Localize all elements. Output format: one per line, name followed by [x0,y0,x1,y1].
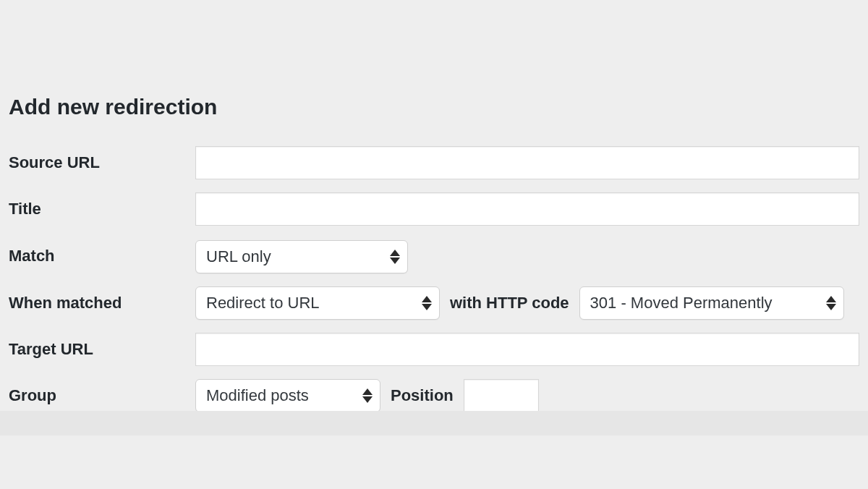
label-when-matched: When matched [9,294,195,312]
label-position: Position [391,386,454,405]
http-code-select[interactable]: 301 - Moved Permanently [579,286,844,320]
match-select[interactable]: URL only [195,240,408,273]
label-match: Match [9,247,195,265]
group-select[interactable]: Modified posts [195,379,380,412]
row-when-matched: When matched Redirect to URL with HTTP c… [9,286,859,320]
row-source-url: Source URL [9,146,859,179]
title-input[interactable] [195,192,859,226]
label-title: Title [9,200,195,218]
row-target-url: Target URL [9,333,859,366]
action-select-value: Redirect to URL [206,294,320,312]
position-input[interactable] [464,379,539,412]
chevron-updown-icon [422,296,432,310]
page-title: Add new redirection [9,94,859,120]
row-match: Match URL only [9,239,859,273]
chevron-updown-icon [390,250,400,264]
row-group: Group Modified posts Position [9,379,859,412]
chevron-updown-icon [362,388,373,403]
source-url-input[interactable] [195,146,859,179]
label-group: Group [9,386,195,405]
form-table: Source URL Title Match URL only [9,146,859,412]
target-url-input[interactable] [195,333,859,366]
label-source-url: Source URL [9,153,195,172]
action-select[interactable]: Redirect to URL [195,286,440,320]
group-select-value: Modified posts [206,386,309,405]
label-target-url: Target URL [9,340,195,359]
add-redirection-form: Add new redirection Source URL Title Mat… [0,0,868,412]
label-with-http-code: with HTTP code [450,294,569,312]
row-title: Title [9,192,859,226]
chevron-updown-icon [826,296,836,310]
divider-strip [0,411,868,435]
http-code-select-value: 301 - Moved Permanently [590,294,773,312]
match-select-value: URL only [206,247,271,266]
